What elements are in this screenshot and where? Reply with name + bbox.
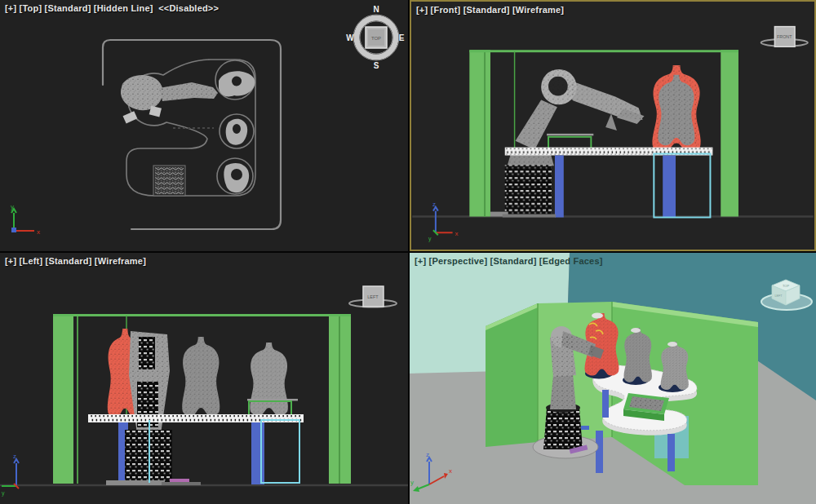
scan-tray-top[interactable]	[153, 166, 185, 196]
axis-y-label: y	[11, 203, 14, 210]
compass-east: E	[399, 33, 405, 42]
axis-y-label: y	[410, 479, 414, 486]
viewport-perspective-label[interactable]: [+] [Perspective] [Standard] [Edged Face…	[415, 256, 603, 266]
viewport-top-scene[interactable]: N S W E TOP y x	[0, 0, 408, 251]
axis-z-label: z	[432, 201, 436, 208]
table-leg-blue	[555, 156, 564, 218]
compass-west: W	[346, 33, 354, 42]
axis-y-label: y	[2, 490, 5, 497]
viewport-left-scene[interactable]: LEFT z y	[0, 253, 408, 504]
viewport-left-label[interactable]: [+] [Left] [Standard] [Wireframe]	[5, 256, 146, 266]
table-leg-blue	[251, 422, 264, 484]
table-leg-blue	[602, 390, 609, 418]
viewport-front-scene[interactable]: FRONT z x y	[411, 2, 814, 250]
compass-south: S	[374, 61, 379, 70]
compass-north: N	[373, 5, 379, 14]
max-4-viewport-layout: [+] [Top] [Standard] [Hidden Line] <<Dis…	[0, 0, 816, 504]
axis-x-label: x	[455, 230, 459, 237]
controller-blue	[581, 426, 589, 430]
viewcube-face-label: LEFT	[367, 294, 379, 299]
viewport-left[interactable]: [+] [Left] [Standard] [Wireframe]	[0, 253, 408, 504]
viewport-front-label[interactable]: [+] [Front] [Standard] [Wireframe]	[416, 5, 564, 15]
axis-x-label: x	[449, 467, 452, 475]
viewport-perspective-scene[interactable]: TOP LEFT z x y	[410, 253, 816, 504]
viewport-front-active[interactable]: [+] [Front] [Standard] [Wireframe]	[410, 0, 816, 251]
axis-z-label: z	[426, 451, 429, 458]
axis-x-label: x	[37, 228, 40, 236]
table-leg-blue	[596, 431, 603, 473]
viewcube-left-label: LEFT	[775, 294, 783, 298]
table-leg-blue	[663, 156, 676, 218]
axis-y-label: y	[428, 236, 432, 242]
viewcube-face-label: TOP	[371, 36, 381, 41]
viewport-top[interactable]: [+] [Top] [Standard] [Hidden Line] <<Dis…	[0, 0, 408, 251]
viewcube-top-label: TOP	[783, 284, 789, 288]
scan-tray-perspective[interactable]	[623, 393, 669, 421]
table-leg-blue	[667, 434, 675, 471]
viewport-perspective[interactable]: [+] [Perspective] [Standard] [Edged Face…	[410, 253, 816, 504]
viewport-top-label[interactable]: [+] [Top] [Standard] [Hidden Line] <<Dis…	[5, 3, 219, 13]
viewcube-face-label: FRONT	[777, 34, 792, 39]
turntable-marker-purple	[170, 479, 189, 482]
axis-z-label: z	[13, 453, 16, 460]
